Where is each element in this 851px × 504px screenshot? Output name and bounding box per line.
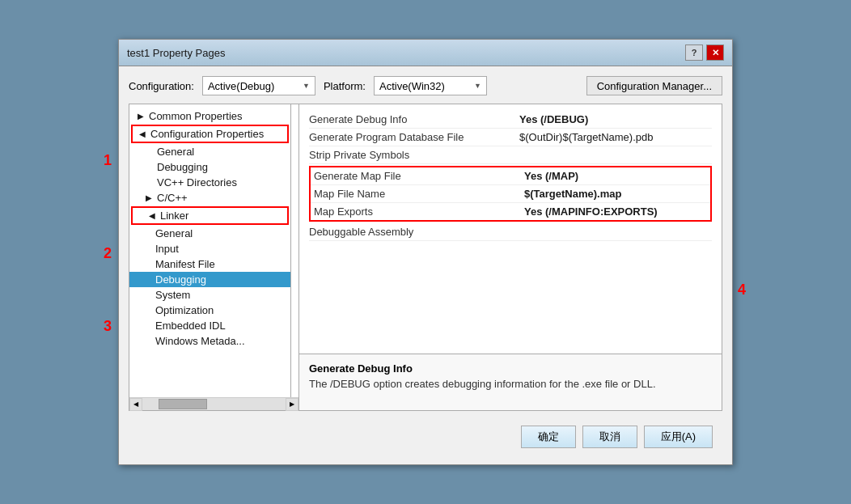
label-4: 4 [738,282,746,299]
label-2: 2 [104,245,112,262]
tree-item-config-label: Configuration Properties [150,128,264,140]
tree-item-manifest[interactable]: Manifest File [129,256,290,272]
arrow-config: ◀ [139,129,147,138]
prop-row-map-file: Generate Map File Yes (/MAP) [311,167,710,185]
platform-label: Platform: [324,80,366,92]
hscroll-right[interactable]: ▶ [286,398,298,411]
label-3: 3 [104,318,112,335]
help-button[interactable]: ? [685,44,703,61]
prop-row-debuggable: Debuggable Assembly [309,223,712,241]
horizontal-scrollbar[interactable]: ◀ ▶ [129,397,298,410]
prop-name-map-name: Map File Name [314,188,524,200]
tree-item-windows[interactable]: Windows Metada... [129,333,290,349]
arrow-common: ▶ [138,112,146,121]
cancel-button[interactable]: 取消 [582,426,637,448]
dialog-body: Configuration: Active(Debug) Platform: A… [119,66,732,464]
apply-button[interactable]: 应用(A) [644,426,713,448]
configuration-label: Configuration: [129,80,194,92]
prop-name-map-file: Generate Map File [314,170,524,182]
prop-name-map-exports: Map Exports [314,205,524,218]
prop-name-debuggable: Debuggable Assembly [309,226,519,238]
prop-name-strip: Strip Private Symbols [309,149,519,161]
configuration-dropdown[interactable]: Active(Debug) [202,76,315,95]
ok-button[interactable]: 确定 [521,426,576,448]
right-panel: Generate Debug Info Yes (/DEBUG) Generat… [299,104,722,410]
config-manager-button[interactable]: Configuration Manager... [586,76,722,95]
hscroll-thumb[interactable] [159,399,207,409]
tree-item-cpp[interactable]: ▶ C/C++ [129,190,290,205]
prop-row-strip: Strip Private Symbols [309,146,712,164]
platform-dropdown[interactable]: Active(Win32) [374,76,487,95]
tree-item-optimization[interactable]: Optimization [129,303,290,318]
prop-value-map-exports: Yes (/MAPINFO:EXPORTS) [524,205,658,218]
prop-value-pdb: $(OutDir)$(TargetName).pdb [519,131,653,143]
properties-table: Generate Debug Info Yes (/DEBUG) Generat… [299,104,722,354]
tree-item-common[interactable]: ▶ Common Properties [131,108,289,124]
tree-item-debugging[interactable]: Debugging [129,272,290,287]
label-1: 1 [104,152,112,169]
description-text: The /DEBUG option creates debugging info… [309,378,712,390]
bottom-buttons: 确定 取消 应用(A) [129,419,722,455]
prop-row-map-name: Map File Name $(TargetName).map [311,185,710,203]
prop-value-map-name: $(TargetName).map [524,188,621,200]
tree-item-embedded[interactable]: Embedded IDL [129,318,290,333]
close-button[interactable]: ✕ [706,44,724,61]
description-title: Generate Debug Info [309,362,712,375]
description-box: Generate Debug Info The /DEBUG option cr… [299,354,722,410]
prop-row-map-exports: Map Exports Yes (/MAPINFO:EXPORTS) [311,203,710,220]
tree-item-input[interactable]: Input [129,241,290,256]
tree-item-linker-general[interactable]: General [129,226,290,241]
prop-row-generate-debug: Generate Debug Info Yes (/DEBUG) [309,111,712,129]
tree-item-config[interactable]: ◀ Configuration Properties [133,126,287,142]
tree-item-system[interactable]: System [129,287,290,303]
dialog-title: test1 Property Pages [127,47,225,59]
prop-name-generate-debug: Generate Debug Info [309,113,519,125]
hscroll-left[interactable]: ◀ [129,398,142,411]
tree-item-common-label: Common Properties [149,110,243,122]
highlighted-properties: Generate Map File Yes (/MAP) Map File Na… [309,166,712,222]
main-content: ▶ Common Properties ◀ Configuration Prop… [129,104,722,411]
tree-item-debugging-top[interactable]: Debugging [129,159,290,175]
prop-row-pdb: Generate Program Database File $(OutDir)… [309,129,712,146]
title-bar-buttons: ? ✕ [685,44,724,61]
hscroll-track [142,398,286,410]
tree-panel: ▶ Common Properties ◀ Configuration Prop… [129,104,291,397]
config-row: Configuration: Active(Debug) Platform: A… [129,76,722,95]
tree-item-general-top[interactable]: General [129,144,290,159]
prop-value-generate-debug: Yes (/DEBUG) [519,113,588,125]
property-pages-dialog: test1 Property Pages ? ✕ Configuration: … [118,39,733,465]
prop-value-map-file: Yes (/MAP) [524,170,578,182]
tree-item-linker[interactable]: ◀ Linker [133,208,287,223]
tree-item-vcpp[interactable]: VC++ Directories [129,175,290,190]
title-bar: test1 Property Pages ? ✕ [119,40,732,66]
prop-name-pdb: Generate Program Database File [309,131,519,143]
